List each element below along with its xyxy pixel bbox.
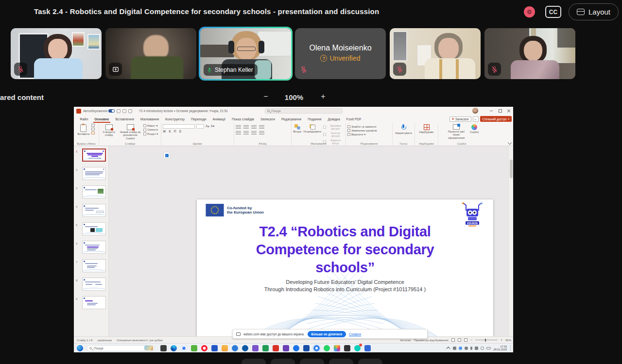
taskbar-app-purple[interactable] xyxy=(252,345,259,351)
present-button[interactable]: ▹ xyxy=(473,116,479,122)
close-icon[interactable] xyxy=(504,107,513,115)
hide-link[interactable]: Сховати xyxy=(349,332,361,336)
taskbar-app-opera[interactable] xyxy=(201,345,207,351)
numbering-icon[interactable] xyxy=(243,125,249,129)
font-size-dropdown[interactable] xyxy=(196,124,204,129)
align-right-icon[interactable] xyxy=(251,131,257,135)
ppt-search-box[interactable]: Пошук xyxy=(265,108,343,114)
stop-sharing-button[interactable]: Більше не ділитися xyxy=(308,331,346,337)
copilot-slide-button[interactable]: Новий слайд за допомогою Copilot xyxy=(119,124,141,140)
tab-review[interactable]: Редагування xyxy=(281,117,301,121)
slide-thumbnail-5[interactable] xyxy=(82,222,106,235)
normal-view-icon[interactable] xyxy=(451,338,455,342)
meeting-control-pill[interactable] xyxy=(329,359,353,364)
taskbar-app-darkblue[interactable] xyxy=(303,345,310,351)
show-desktop-strip[interactable] xyxy=(510,345,512,351)
tab-foxit[interactable]: Foxit PDF xyxy=(346,117,362,121)
meeting-control-pill[interactable] xyxy=(242,359,266,364)
shape-outline-menu[interactable]: Контур фігури xyxy=(323,132,344,138)
designer-button[interactable]: Проєктні ідеї щодо оформлення xyxy=(445,124,468,139)
tray-icon-1[interactable] xyxy=(453,347,456,350)
tab-home[interactable]: Основне xyxy=(94,117,109,121)
tray-icon-network[interactable] xyxy=(481,347,484,350)
replace-fonts-menu[interactable]: Замінення шрифтів xyxy=(347,129,377,132)
closed-captions-button[interactable]: CC xyxy=(545,6,561,18)
tab-design[interactable]: Конструктор xyxy=(165,117,185,121)
canvas-scrollbar[interactable] xyxy=(508,146,513,336)
font-name-dropdown[interactable] xyxy=(163,124,195,129)
taskbar-app-green[interactable] xyxy=(191,345,197,351)
taskbar-clock[interactable]: 17:03 29.01.2026 xyxy=(493,345,507,351)
align-left-icon[interactable] xyxy=(236,131,241,135)
taskbar-app-explorer[interactable] xyxy=(222,345,228,351)
participant-tile-1[interactable] xyxy=(11,28,102,79)
copilot-button[interactable]: Copilot xyxy=(470,124,479,133)
zoom-slider[interactable] xyxy=(475,340,498,340)
bullets-icon[interactable] xyxy=(236,125,241,129)
ppt-zoom-level[interactable]: 66% xyxy=(505,339,511,342)
maximize-icon[interactable] xyxy=(496,107,504,115)
slide-thumbnail-3[interactable] xyxy=(82,185,106,199)
zoom-in-icon[interactable]: + xyxy=(501,338,502,342)
arrange-button[interactable]: Упорядкувати xyxy=(303,124,321,133)
taskbar-app-gimp[interactable] xyxy=(283,345,289,351)
slide-thumbnail-7[interactable] xyxy=(82,259,106,272)
recording-indicator-icon[interactable] xyxy=(524,6,535,17)
dictate-button[interactable]: Надиктувати xyxy=(395,124,412,134)
participant-tile-2[interactable] xyxy=(105,28,196,79)
tab-insert[interactable]: Вставлення xyxy=(116,117,134,121)
tray-expand-icon[interactable] xyxy=(447,347,450,350)
participant-tile-6[interactable] xyxy=(484,28,575,79)
language-indicator[interactable]: українська xyxy=(97,339,112,342)
taskbar-app-media-player[interactable] xyxy=(344,345,350,351)
indent-icon[interactable] xyxy=(251,125,257,129)
canvas-floating-icon[interactable] xyxy=(163,152,170,159)
scrollbar-thumb[interactable] xyxy=(510,160,513,178)
tab-animations[interactable]: Анімації xyxy=(213,117,225,121)
new-slide-button[interactable]: Створити слайд xyxy=(101,124,117,137)
taskbar-app-blue[interactable] xyxy=(232,345,238,351)
share-button[interactable]: Спільний доступ▾ xyxy=(480,116,512,122)
slide-thumbnail-1[interactable] xyxy=(82,149,106,162)
slide-thumbnail-9[interactable] xyxy=(82,296,106,309)
tray-icon-box[interactable] xyxy=(475,347,478,350)
tab-file[interactable]: Файл xyxy=(80,117,88,121)
line-spacing-icon[interactable] xyxy=(259,131,264,135)
start-button-icon[interactable] xyxy=(77,345,83,351)
record-button[interactable]: Записати xyxy=(449,116,471,122)
slideshow-icon[interactable] xyxy=(464,338,467,342)
taskbar-app-red[interactable] xyxy=(273,345,279,351)
undo-icon[interactable] xyxy=(122,109,126,113)
tray-icon-mic[interactable] xyxy=(470,347,472,350)
grow-font-icon[interactable]: А▴ xyxy=(206,124,209,129)
participant-tile-5[interactable] xyxy=(390,28,481,79)
taskbar-app-photos[interactable] xyxy=(334,345,340,351)
taskbar-app-meet[interactable] xyxy=(293,345,299,351)
tab-view[interactable]: Подання xyxy=(308,117,321,121)
tab-help[interactable]: Довідка xyxy=(328,117,340,121)
tab-draw[interactable]: Малювання xyxy=(140,117,159,121)
participant-tile-olena[interactable]: Olena Moiseienko ? Unverified xyxy=(295,28,386,79)
zoom-in-button[interactable]: + xyxy=(318,92,328,101)
taskbar-app-save[interactable] xyxy=(211,345,218,351)
zoom-out-button[interactable]: − xyxy=(260,92,271,101)
redo-icon[interactable] xyxy=(128,109,132,113)
reset-button[interactable]: Скинути xyxy=(143,128,158,131)
format-painter-icon[interactable] xyxy=(91,132,95,134)
meeting-control-pill[interactable] xyxy=(358,359,382,364)
meeting-control-pill[interactable] xyxy=(300,359,324,364)
tray-icon-cloud[interactable] xyxy=(465,347,468,350)
slide-thumbnail-4[interactable] xyxy=(82,204,106,217)
slide-thumbnail-6[interactable] xyxy=(82,241,106,254)
taskbar-app-mixer[interactable] xyxy=(364,345,371,351)
align-center-icon[interactable] xyxy=(243,131,249,135)
taskbar-app-whatsapp[interactable] xyxy=(324,345,330,351)
tray-icon-2[interactable] xyxy=(459,347,462,350)
taskbar-app-sheets[interactable] xyxy=(262,345,269,351)
select-menu[interactable]: Виділити ▾ xyxy=(347,133,365,136)
collapse-ribbon-icon[interactable] xyxy=(508,141,512,145)
taskbar-app-telegram[interactable] xyxy=(242,345,248,351)
taskbar-app-active-browser[interactable] xyxy=(313,345,320,351)
layout-menu[interactable]: Макет ▾ xyxy=(143,124,157,127)
meeting-control-pill[interactable] xyxy=(271,359,295,364)
